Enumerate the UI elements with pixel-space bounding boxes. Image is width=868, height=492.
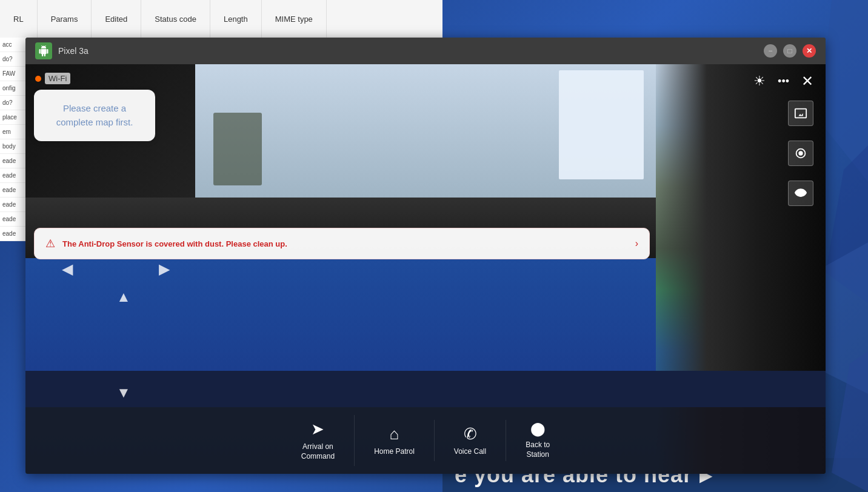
home-patrol-icon: ⌂: [390, 425, 399, 444]
nav-left-button[interactable]: ◀: [62, 261, 73, 278]
tab-params[interactable]: Params: [38, 0, 92, 38]
nav-down-button[interactable]: ▼: [116, 384, 131, 401]
record-button[interactable]: [788, 141, 813, 166]
side-icons: [788, 101, 813, 206]
svg-point-1: [798, 151, 803, 155]
inspector-tabs: RL Params Edited Status code Length MIME…: [0, 0, 442, 38]
voice-call-button[interactable]: ✆ Voice Call: [435, 420, 506, 462]
minimize-button[interactable]: −: [764, 44, 777, 58]
tab-length[interactable]: Length: [210, 0, 262, 38]
tab-status-code[interactable]: Status code: [141, 0, 210, 38]
phone-title-controls: − □ ✕: [764, 44, 816, 58]
tab-edited[interactable]: Edited: [92, 0, 141, 38]
map-tooltip: Please create a complete map first.: [34, 90, 155, 141]
alert-bar[interactable]: ⚠ The Anti-Drop Sensor is covered with d…: [34, 228, 650, 259]
home-patrol-button[interactable]: ⌂ Home Patrol: [355, 420, 435, 462]
phone-titlebar: Pixel 3a − □ ✕: [25, 38, 826, 64]
tab-rl[interactable]: RL: [0, 0, 38, 38]
arrival-label: Arrival onCommand: [301, 442, 335, 461]
phone-content: Wi-Fi Please create a complete map first…: [25, 64, 826, 474]
tab-mime-type[interactable]: MIME type: [262, 0, 327, 38]
alert-text: The Anti-Drop Sensor is covered with dus…: [62, 239, 628, 248]
back-station-icon: ⬤: [530, 421, 546, 437]
camera-snapshot-button[interactable]: [788, 181, 813, 206]
phone-title: Pixel 3a: [58, 46, 88, 56]
arrival-icon: ➤: [311, 420, 324, 439]
phone-title-left: Pixel 3a: [35, 42, 88, 59]
back-to-station-button[interactable]: ⬤ Back toStation: [506, 416, 569, 464]
wifi-indicator: Wi-Fi: [35, 73, 70, 84]
phone-emulator: Pixel 3a − □ ✕: [25, 38, 826, 474]
alert-icon: ⚠: [45, 237, 55, 250]
map-tooltip-text: Please create a complete map first.: [45, 102, 144, 129]
android-icon: [35, 42, 52, 59]
voice-call-icon: ✆: [464, 425, 477, 444]
arrival-on-command-button[interactable]: ➤ Arrival onCommand: [282, 415, 355, 466]
nav-right-button[interactable]: ▶: [159, 261, 170, 278]
wifi-label: Wi-Fi: [45, 73, 70, 84]
close-icon[interactable]: ✕: [801, 73, 813, 90]
voice-call-label: Voice Call: [454, 447, 486, 457]
photo-gallery-button[interactable]: [788, 101, 813, 126]
back-station-label: Back toStation: [526, 440, 550, 459]
alert-arrow-icon: ›: [635, 238, 638, 249]
maximize-button[interactable]: □: [783, 44, 796, 58]
home-patrol-label: Home Patrol: [374, 447, 415, 457]
more-icon[interactable]: •••: [778, 75, 789, 88]
brightness-icon[interactable]: ☀: [753, 73, 766, 89]
bottom-action-bar: ➤ Arrival onCommand ⌂ Home Patrol ✆ Voic…: [25, 407, 826, 474]
wifi-dot: [35, 76, 41, 82]
close-button[interactable]: ✕: [803, 44, 816, 58]
nav-up-button[interactable]: ▲: [116, 288, 131, 305]
